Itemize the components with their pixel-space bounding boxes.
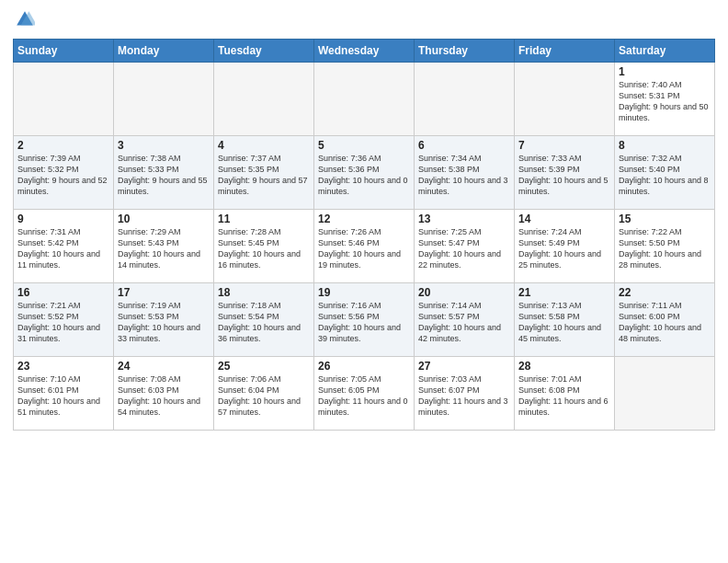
day-info: Sunrise: 7:19 AM Sunset: 5:53 PM Dayligh… xyxy=(118,300,210,345)
day-info: Sunrise: 7:33 AM Sunset: 5:39 PM Dayligh… xyxy=(518,153,610,198)
calendar-cell: 15Sunrise: 7:22 AM Sunset: 5:50 PM Dayli… xyxy=(615,210,715,283)
day-number: 23 xyxy=(17,360,109,373)
calendar-cell: 22Sunrise: 7:11 AM Sunset: 6:00 PM Dayli… xyxy=(615,283,715,357)
calendar-cell: 8Sunrise: 7:32 AM Sunset: 5:40 PM Daylig… xyxy=(615,136,715,210)
day-number: 16 xyxy=(17,286,109,299)
day-info: Sunrise: 7:36 AM Sunset: 5:36 PM Dayligh… xyxy=(318,153,410,198)
weekday-header-monday: Monday xyxy=(114,40,214,63)
day-number: 11 xyxy=(218,213,310,225)
calendar-cell: 18Sunrise: 7:18 AM Sunset: 5:54 PM Dayli… xyxy=(214,283,314,357)
calendar-cell xyxy=(114,63,214,136)
day-number: 20 xyxy=(418,286,510,299)
logo-icon xyxy=(15,9,35,29)
calendar-week-row: 1Sunrise: 7:40 AM Sunset: 5:31 PM Daylig… xyxy=(14,63,715,136)
day-info: Sunrise: 7:10 AM Sunset: 6:01 PM Dayligh… xyxy=(17,373,109,419)
day-info: Sunrise: 7:40 AM Sunset: 5:31 PM Dayligh… xyxy=(619,79,711,124)
day-number: 27 xyxy=(418,360,510,373)
day-number: 28 xyxy=(518,360,610,373)
calendar-cell: 23Sunrise: 7:10 AM Sunset: 6:01 PM Dayli… xyxy=(14,357,114,431)
calendar-cell: 24Sunrise: 7:08 AM Sunset: 6:03 PM Dayli… xyxy=(114,357,214,431)
calendar-cell: 3Sunrise: 7:38 AM Sunset: 5:33 PM Daylig… xyxy=(114,136,214,210)
day-number: 22 xyxy=(619,286,711,299)
day-number: 9 xyxy=(17,213,109,225)
weekday-header-saturday: Saturday xyxy=(615,40,715,63)
logo xyxy=(13,9,35,33)
day-number: 18 xyxy=(218,286,310,299)
calendar-cell xyxy=(615,357,715,431)
day-info: Sunrise: 7:06 AM Sunset: 6:04 PM Dayligh… xyxy=(218,373,310,419)
day-info: Sunrise: 7:24 AM Sunset: 5:49 PM Dayligh… xyxy=(518,226,610,271)
calendar-cell: 7Sunrise: 7:33 AM Sunset: 5:39 PM Daylig… xyxy=(515,136,615,210)
calendar-cell: 20Sunrise: 7:14 AM Sunset: 5:57 PM Dayli… xyxy=(415,283,515,357)
day-number: 21 xyxy=(518,286,610,299)
day-info: Sunrise: 7:18 AM Sunset: 5:54 PM Dayligh… xyxy=(218,300,310,345)
calendar-table: SundayMondayTuesdayWednesdayThursdayFrid… xyxy=(13,39,715,431)
calendar-cell xyxy=(14,63,114,136)
day-number: 25 xyxy=(218,360,310,373)
day-number: 17 xyxy=(118,286,210,299)
calendar-cell xyxy=(515,63,615,136)
day-info: Sunrise: 7:14 AM Sunset: 5:57 PM Dayligh… xyxy=(418,300,510,345)
day-info: Sunrise: 7:03 AM Sunset: 6:07 PM Dayligh… xyxy=(418,373,510,419)
day-info: Sunrise: 7:34 AM Sunset: 5:38 PM Dayligh… xyxy=(418,153,510,198)
day-info: Sunrise: 7:25 AM Sunset: 5:47 PM Dayligh… xyxy=(418,226,510,271)
day-number: 1 xyxy=(619,65,711,78)
day-number: 14 xyxy=(518,213,610,225)
calendar-cell: 6Sunrise: 7:34 AM Sunset: 5:38 PM Daylig… xyxy=(415,136,515,210)
calendar-cell: 5Sunrise: 7:36 AM Sunset: 5:36 PM Daylig… xyxy=(314,136,415,210)
calendar-cell xyxy=(314,63,415,136)
day-info: Sunrise: 7:39 AM Sunset: 5:32 PM Dayligh… xyxy=(17,153,109,198)
calendar-cell xyxy=(214,63,314,136)
weekday-header-wednesday: Wednesday xyxy=(314,40,415,63)
day-number: 5 xyxy=(318,139,410,152)
day-number: 12 xyxy=(318,213,410,225)
day-info: Sunrise: 7:11 AM Sunset: 6:00 PM Dayligh… xyxy=(619,300,711,345)
day-info: Sunrise: 7:37 AM Sunset: 5:35 PM Dayligh… xyxy=(218,153,310,198)
calendar-cell: 2Sunrise: 7:39 AM Sunset: 5:32 PM Daylig… xyxy=(14,136,114,210)
day-info: Sunrise: 7:28 AM Sunset: 5:45 PM Dayligh… xyxy=(218,226,310,271)
calendar-cell: 28Sunrise: 7:01 AM Sunset: 6:08 PM Dayli… xyxy=(515,357,615,431)
calendar-cell: 13Sunrise: 7:25 AM Sunset: 5:47 PM Dayli… xyxy=(415,210,515,283)
calendar-cell: 19Sunrise: 7:16 AM Sunset: 5:56 PM Dayli… xyxy=(314,283,415,357)
main-container: SundayMondayTuesdayWednesdayThursdayFrid… xyxy=(0,0,728,438)
calendar-week-row: 2Sunrise: 7:39 AM Sunset: 5:32 PM Daylig… xyxy=(14,136,715,210)
day-number: 3 xyxy=(118,139,210,152)
day-number: 2 xyxy=(17,139,109,152)
calendar-cell: 21Sunrise: 7:13 AM Sunset: 5:58 PM Dayli… xyxy=(515,283,615,357)
day-number: 6 xyxy=(418,139,510,152)
weekday-header-thursday: Thursday xyxy=(415,40,515,63)
calendar-cell: 12Sunrise: 7:26 AM Sunset: 5:46 PM Dayli… xyxy=(314,210,415,283)
day-info: Sunrise: 7:16 AM Sunset: 5:56 PM Dayligh… xyxy=(318,300,410,345)
calendar-cell: 11Sunrise: 7:28 AM Sunset: 5:45 PM Dayli… xyxy=(214,210,314,283)
day-info: Sunrise: 7:32 AM Sunset: 5:40 PM Dayligh… xyxy=(619,153,711,198)
calendar-cell xyxy=(415,63,515,136)
day-number: 8 xyxy=(619,139,711,152)
day-number: 4 xyxy=(218,139,310,152)
day-info: Sunrise: 7:21 AM Sunset: 5:52 PM Dayligh… xyxy=(17,300,109,345)
calendar-cell: 9Sunrise: 7:31 AM Sunset: 5:42 PM Daylig… xyxy=(14,210,114,283)
day-info: Sunrise: 7:01 AM Sunset: 6:08 PM Dayligh… xyxy=(518,373,610,419)
day-number: 7 xyxy=(518,139,610,152)
weekday-header-friday: Friday xyxy=(515,40,615,63)
weekday-header-sunday: Sunday xyxy=(14,40,114,63)
calendar-cell: 17Sunrise: 7:19 AM Sunset: 5:53 PM Dayli… xyxy=(114,283,214,357)
day-number: 13 xyxy=(418,213,510,225)
weekday-header-tuesday: Tuesday xyxy=(214,40,314,63)
calendar-week-row: 9Sunrise: 7:31 AM Sunset: 5:42 PM Daylig… xyxy=(14,210,715,283)
calendar-cell: 25Sunrise: 7:06 AM Sunset: 6:04 PM Dayli… xyxy=(214,357,314,431)
day-number: 26 xyxy=(318,360,410,373)
calendar-cell: 26Sunrise: 7:05 AM Sunset: 6:05 PM Dayli… xyxy=(314,357,415,431)
day-info: Sunrise: 7:31 AM Sunset: 5:42 PM Dayligh… xyxy=(17,226,109,271)
day-number: 19 xyxy=(318,286,410,299)
day-number: 10 xyxy=(118,213,210,225)
calendar-week-row: 23Sunrise: 7:10 AM Sunset: 6:01 PM Dayli… xyxy=(14,357,715,431)
day-info: Sunrise: 7:22 AM Sunset: 5:50 PM Dayligh… xyxy=(619,226,711,271)
day-info: Sunrise: 7:13 AM Sunset: 5:58 PM Dayligh… xyxy=(518,300,610,345)
calendar-cell: 1Sunrise: 7:40 AM Sunset: 5:31 PM Daylig… xyxy=(615,63,715,136)
day-info: Sunrise: 7:29 AM Sunset: 5:43 PM Dayligh… xyxy=(118,226,210,271)
day-number: 15 xyxy=(619,213,711,225)
calendar-week-row: 16Sunrise: 7:21 AM Sunset: 5:52 PM Dayli… xyxy=(14,283,715,357)
calendar-cell: 4Sunrise: 7:37 AM Sunset: 5:35 PM Daylig… xyxy=(214,136,314,210)
day-number: 24 xyxy=(118,360,210,373)
header-row xyxy=(13,9,715,33)
